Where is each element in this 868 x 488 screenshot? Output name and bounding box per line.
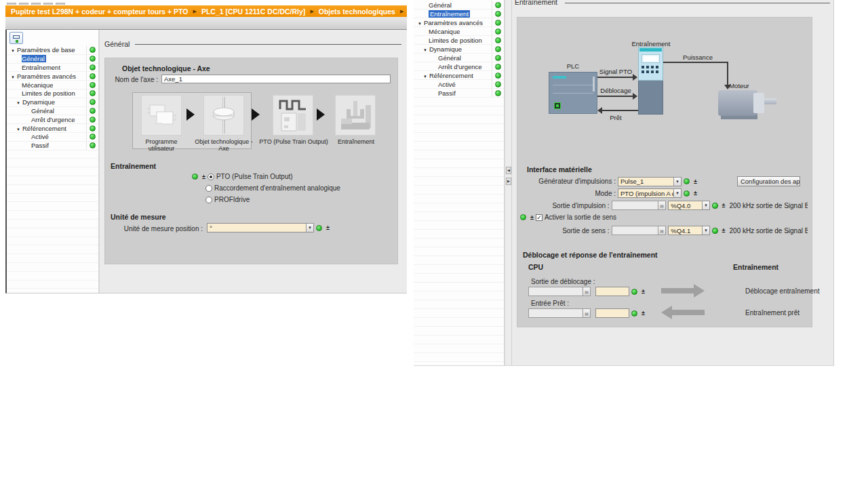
configure-devices-button[interactable]: Configuration des app... xyxy=(737,176,800,186)
tree-item-dynamique[interactable]: Dynamique xyxy=(414,45,504,54)
inherit-value-icon[interactable] xyxy=(722,202,726,209)
status-ok-icon xyxy=(90,90,96,96)
inherit-value-icon[interactable] xyxy=(530,214,534,221)
tree-item-mecanique[interactable]: Mécanique xyxy=(414,27,504,36)
inherit-value-icon[interactable] xyxy=(326,224,330,231)
workflow-arrow-icon xyxy=(252,108,260,121)
status-ok-icon xyxy=(495,81,501,87)
symbol-picker-icon[interactable] xyxy=(658,201,665,209)
tree-item-parametres-de-base[interactable]: Paramètres de base xyxy=(7,46,98,55)
status-ok-icon xyxy=(90,125,96,131)
dropdown-arrow-icon[interactable] xyxy=(702,201,709,209)
tree-item-limites-de-position[interactable]: Limites de position xyxy=(414,36,504,45)
pret-label: Prêt xyxy=(593,114,638,121)
enable-output-symbol-field[interactable] xyxy=(528,287,591,296)
tree-item-general[interactable]: Général xyxy=(7,55,98,64)
enable-output-address-field[interactable] xyxy=(595,287,629,296)
status-ok-icon xyxy=(631,289,637,295)
tree-item-parametres-avances[interactable]: Paramètres avancés xyxy=(7,72,98,81)
enable-section-title: Déblocage et réponse de l'entraînement xyxy=(523,251,658,259)
radio-profidrive-label: PROFIdrive xyxy=(214,196,250,203)
status-ok-icon xyxy=(90,117,96,123)
function-view-button[interactable] xyxy=(9,32,23,44)
dropdown-arrow-icon[interactable] xyxy=(673,178,681,186)
unit-label: Unité de mesure position : xyxy=(105,225,203,232)
inherit-value-icon[interactable] xyxy=(694,190,697,197)
enable-target-label: Déblocage entraînement xyxy=(745,287,820,295)
dropdown-arrow-icon[interactable] xyxy=(673,189,681,197)
unit-dropdown[interactable]: ° xyxy=(207,223,314,232)
hw-section-title: Interface matérielle xyxy=(527,165,592,174)
axis-name-input[interactable]: Axe_1 xyxy=(161,75,391,83)
enable-direction-checkbox[interactable] xyxy=(536,214,542,221)
inherit-value-icon[interactable] xyxy=(202,174,205,180)
status-ok-icon xyxy=(90,82,96,88)
tree-item-mecanique[interactable]: Mécanique xyxy=(7,81,98,89)
entrainement-content: Entraînement PLC Entraînement xyxy=(512,0,833,365)
tree-item-arret-urgence[interactable]: Arrêt d'urgence xyxy=(7,115,98,124)
workflow-icon-axis[interactable] xyxy=(204,96,243,135)
dropdown-arrow-icon[interactable] xyxy=(306,224,313,232)
tree-item-dynamique-general[interactable]: Général xyxy=(7,107,98,116)
radio-pto[interactable] xyxy=(208,174,214,180)
entrainement-panel: PLC Entraînement Moteur xyxy=(517,17,812,327)
pulse-output-note: 200 kHz sortie de Signal Bo xyxy=(730,202,808,209)
status-ok-icon xyxy=(90,134,96,140)
radio-analog-label: Raccordement d'entraînement analogique xyxy=(214,184,340,192)
symbol-picker-icon[interactable] xyxy=(583,287,590,296)
ready-input-symbol-field[interactable] xyxy=(528,308,591,318)
splitter-collapse-right-icon[interactable]: ▶ xyxy=(506,178,511,185)
symbol-picker-icon[interactable] xyxy=(658,226,665,235)
general-panel: Objet technologique - Axe Nom de l'axe :… xyxy=(104,58,398,264)
status-ok-icon xyxy=(712,203,718,209)
inherit-value-icon[interactable] xyxy=(722,227,726,234)
drive-image xyxy=(638,47,663,115)
workflow-icon-drive[interactable] xyxy=(336,96,375,135)
status-ok-icon xyxy=(520,214,526,220)
direction-output-address-dropdown[interactable]: %Q4.1 xyxy=(668,226,710,235)
tree-item-active[interactable]: Activé xyxy=(7,133,98,142)
inherit-value-icon[interactable] xyxy=(642,310,645,317)
mode-dropdown[interactable]: PTO (impulsion A et sens B) xyxy=(618,188,682,198)
tree-item-limites-de-position[interactable]: Limites de position xyxy=(7,89,98,98)
tree-item-passif[interactable]: Passif xyxy=(414,89,504,98)
pulse-output-symbol-field[interactable] xyxy=(612,201,667,210)
tree-item-referencement[interactable]: Référencement xyxy=(414,71,504,80)
workflow-icon-program[interactable] xyxy=(142,96,181,135)
pulse-generator-dropdown[interactable]: Pulse_1 xyxy=(618,177,682,186)
axis-name-label: Nom de l'axe : xyxy=(105,76,158,83)
splitter-collapse-left-icon[interactable]: ◀ xyxy=(506,167,511,174)
radio-analog[interactable] xyxy=(205,185,212,192)
deblocage-arrow xyxy=(597,96,633,97)
tree-item-dynamique-general[interactable]: Général xyxy=(414,54,504,62)
inherit-value-icon[interactable] xyxy=(642,288,645,295)
ready-input-address-field[interactable] xyxy=(595,308,629,318)
symbol-picker-icon[interactable] xyxy=(583,309,590,317)
breadcrumb-separator-icon: ▶ xyxy=(310,9,313,14)
inherit-value-icon[interactable] xyxy=(694,178,697,185)
status-ok-icon xyxy=(495,90,501,96)
tree-item-active[interactable]: Activé xyxy=(414,80,504,89)
tree-item-parametres-avances[interactable]: Paramètres avancés xyxy=(414,18,504,27)
direction-output-symbol-field[interactable] xyxy=(612,226,667,235)
tree-item-general[interactable]: Général xyxy=(414,1,504,9)
tree-item-referencement[interactable]: Référencement xyxy=(7,124,98,133)
dropdown-arrow-icon[interactable] xyxy=(702,226,709,235)
tree-item-passif[interactable]: Passif xyxy=(7,142,98,150)
tree-item-entrainement[interactable]: Entraînement xyxy=(414,9,504,18)
breadcrumb-item[interactable]: PLC_1 [CPU 1211C DC/DC/Rly] xyxy=(201,7,305,16)
workflow-icon-pto[interactable] xyxy=(273,96,313,135)
pret-arrow xyxy=(602,110,638,111)
pane-splitter[interactable]: ◀ ▶ xyxy=(505,0,512,365)
radio-profidrive[interactable] xyxy=(205,197,212,203)
status-ok-icon xyxy=(316,225,322,231)
tree-item-dynamique[interactable]: Dynamique xyxy=(7,98,98,107)
breadcrumb-item[interactable]: Pupitre test L298N + codeur + compteur t… xyxy=(11,7,189,16)
breadcrumb-item[interactable]: Objets technologiques xyxy=(319,7,395,16)
tree-item-arret-urgence[interactable]: Arrêt d'urgence xyxy=(414,62,504,71)
section-title: Entraînement xyxy=(515,0,557,6)
direction-output-note: 200 kHz sortie de Signal Bo xyxy=(730,227,808,235)
tree-item-entrainement[interactable]: Entraînement xyxy=(7,64,98,73)
status-ok-icon xyxy=(495,28,501,35)
pulse-output-address-dropdown[interactable]: %Q4.0 xyxy=(668,201,710,210)
